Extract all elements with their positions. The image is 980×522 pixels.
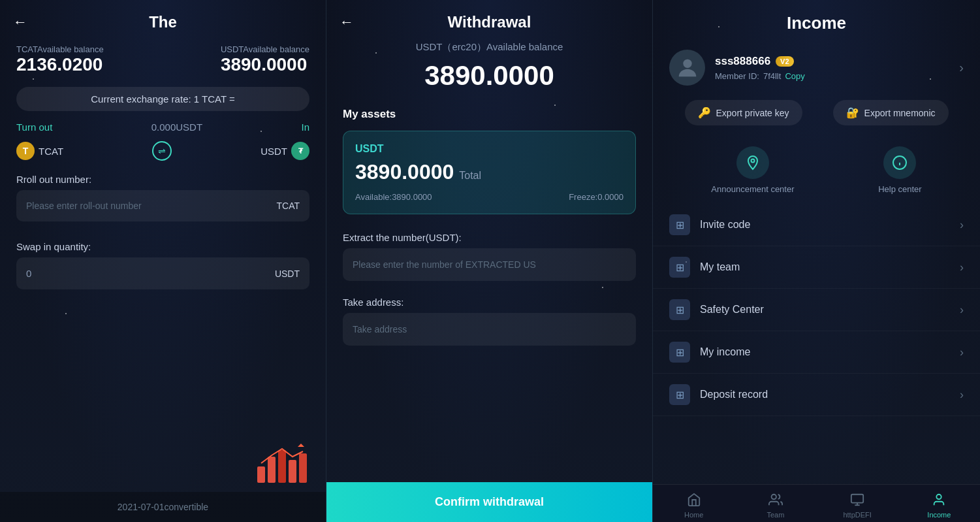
safety-center-icon: ⊞	[669, 299, 690, 320]
my-income-label: My income	[700, 346, 960, 358]
tcat-balance-value: 2136.0200	[16, 54, 104, 75]
user-name-row: sss888666 V2	[715, 55, 959, 68]
direction-row: Turn out 0.000USDT In	[0, 116, 326, 138]
address-label: Take address:	[326, 289, 652, 313]
svg-point-13	[937, 495, 941, 499]
usdt-token[interactable]: USDT ₮	[261, 142, 309, 160]
user-row: sss888666 V2 Member ID: 7f4llt Copy ›	[653, 43, 980, 92]
invite-code-chevron-icon: ›	[960, 218, 964, 232]
nav-home[interactable]: Home	[653, 491, 735, 519]
extract-input[interactable]	[353, 259, 626, 270]
export-key-button[interactable]: 🔑 Export private key	[685, 100, 802, 125]
defi-nav-label: httpDEFI	[843, 511, 871, 519]
defi-icon	[849, 491, 866, 508]
swap-result-suffix: USDT	[275, 269, 300, 279]
asset-total-row: 3890.0000 Total	[355, 160, 624, 184]
my-team-label: My team	[700, 261, 960, 273]
invite-code-icon: ⊞	[669, 214, 690, 235]
swap-in-label: Swap in quantity:	[0, 231, 326, 257]
nav-income[interactable]: Income	[898, 491, 980, 519]
help-item[interactable]: Help center	[878, 146, 921, 194]
member-id-value: 7f4llt	[763, 71, 781, 81]
nav-team[interactable]: Team	[735, 491, 816, 519]
deposit-record-chevron-icon: ›	[960, 388, 964, 402]
roll-out-suffix: TCAT	[276, 201, 300, 211]
menu-list: ⊞ Invite code › ⊞ My team › ⊞ Safety Cen…	[653, 197, 980, 522]
user-avatar	[669, 50, 705, 86]
team-nav-label: Team	[767, 511, 784, 519]
tcat-icon: T	[16, 142, 35, 160]
key-icon: 🔑	[698, 106, 711, 119]
export-mnemonic-label: Export mnemonic	[864, 108, 936, 118]
menu-item-safety-center[interactable]: ⊞ Safety Center ›	[653, 289, 980, 331]
svg-point-7	[751, 159, 754, 163]
menu-item-deposit-record[interactable]: ⊞ Deposit record ›	[653, 374, 980, 416]
svg-rect-2	[278, 450, 286, 483]
menu-item-my-team[interactable]: ⊞ My team ›	[653, 246, 980, 289]
svg-marker-5	[298, 444, 304, 447]
extract-label: Extract the number(USDT):	[326, 224, 652, 248]
income-nav-label: Income	[927, 511, 951, 519]
tcat-balance-col: TCATAvailable balance 2136.0200	[16, 44, 104, 75]
available-balance: 3890.0000	[326, 57, 652, 101]
roll-out-input-group[interactable]: TCAT	[16, 190, 309, 221]
exchange-header: ← The	[0, 0, 326, 38]
confirm-withdrawal-button[interactable]: Confirm withdrawal	[326, 482, 652, 522]
withdrawal-panel: ← Withdrawal USDT（erc20）Available balanc…	[326, 0, 653, 522]
announcement-item[interactable]: Announcement center	[711, 146, 794, 194]
copy-button[interactable]: Copy	[785, 71, 804, 81]
menu-item-my-income[interactable]: ⊞ My income ›	[653, 331, 980, 374]
svg-rect-0	[257, 466, 265, 483]
income-title: Income	[653, 0, 980, 43]
address-input-group[interactable]	[343, 313, 636, 346]
swap-result-value: 0	[26, 268, 275, 279]
swap-result-display: 0 USDT	[16, 257, 309, 289]
announcement-icon	[736, 146, 769, 179]
chart-area	[257, 444, 309, 483]
center-icons-row: Announcement center Help center	[653, 133, 980, 197]
action-buttons-row: 🔑 Export private key 🔐 Export mnemonic	[653, 92, 980, 133]
asset-detail-row: Available:3890.0000 Freeze:0.0000	[355, 192, 624, 202]
tcat-token[interactable]: T TCAT	[16, 142, 63, 160]
invite-code-label: Invite code	[700, 219, 960, 231]
pin-icon	[745, 155, 761, 171]
usdt-balance-label: USDTAvailable balance	[221, 44, 309, 54]
nav-defi[interactable]: httpDEFI	[817, 491, 898, 519]
export-mnemonic-button[interactable]: 🔐 Export mnemonic	[833, 100, 949, 125]
username: sss888666	[715, 55, 770, 68]
roll-out-input[interactable]	[26, 190, 276, 221]
deposit-record-label: Deposit record	[700, 389, 960, 400]
safety-center-label: Safety Center	[700, 304, 960, 316]
back-button[interactable]: ←	[13, 14, 27, 31]
exchange-rate-bar: Current exchange rate: 1 TCAT =	[16, 87, 309, 111]
turn-out-label: Turn out	[16, 122, 52, 133]
svg-point-9	[771, 495, 776, 499]
roll-out-label: Rroll out number:	[0, 164, 326, 190]
tcat-balance-label: TCATAvailable balance	[16, 44, 104, 54]
svg-rect-10	[851, 495, 863, 503]
zero-usdt-label: 0.000USDT	[151, 122, 202, 133]
member-id-row: Member ID: 7f4llt Copy	[715, 71, 959, 81]
in-label: In	[301, 122, 309, 133]
asset-card-title: USDT	[355, 143, 624, 155]
my-income-icon: ⊞	[669, 342, 690, 363]
withdrawal-title: Withdrawal	[448, 13, 531, 31]
usdt-token-label: USDT	[261, 146, 287, 157]
home-icon	[686, 491, 703, 508]
menu-item-invite-code[interactable]: ⊞ Invite code ›	[653, 204, 980, 246]
withdrawal-back-button[interactable]: ←	[340, 14, 354, 31]
user-chevron-icon[interactable]: ›	[959, 60, 964, 75]
help-icon-circle	[883, 146, 916, 179]
assets-title: My assets	[326, 101, 652, 127]
income-nav-icon	[930, 491, 947, 508]
safety-center-chevron-icon: ›	[960, 303, 964, 317]
available-label: USDT（erc20）Available balance	[326, 38, 652, 57]
address-input[interactable]	[353, 324, 626, 334]
extract-input-group[interactable]	[343, 248, 636, 281]
exchange-panel: ← The TCATAvailable balance 2136.0200 US…	[0, 0, 326, 522]
asset-total-value: 3890.0000	[355, 160, 454, 184]
announcement-label: Announcement center	[711, 184, 794, 194]
svg-rect-4	[299, 453, 307, 483]
swap-direction-icon[interactable]: ⇌	[152, 141, 172, 161]
exchange-title: The	[149, 13, 177, 31]
